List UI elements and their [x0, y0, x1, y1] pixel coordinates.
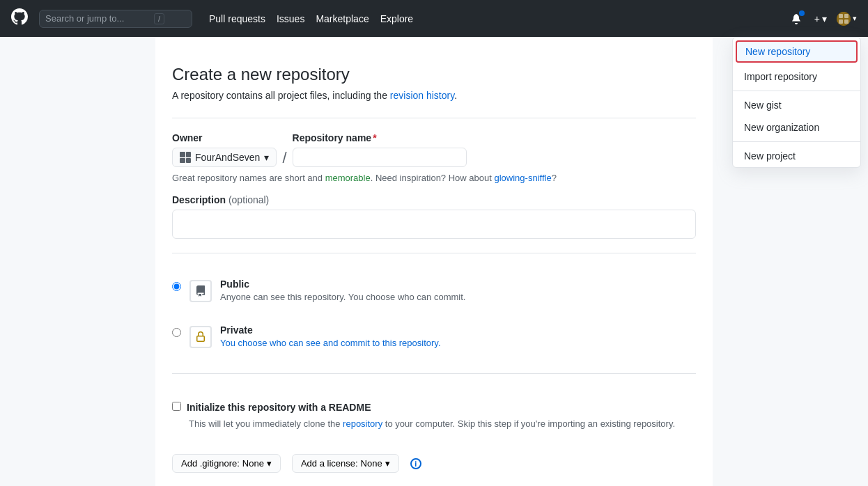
license-value: None [361, 458, 382, 469]
private-content: Private You choose who can see and commi… [220, 324, 696, 348]
plus-chevron: ▾ [822, 13, 827, 24]
init-sub: This will let you immediately clone the … [189, 418, 696, 429]
suggestion-middle: . Need inspiration? How about [371, 173, 495, 183]
public-icon [189, 280, 212, 302]
suggestion-memorable: memorable [325, 173, 371, 183]
public-option: Public Anyone can see this repository. Y… [172, 267, 696, 313]
mid-divider [172, 253, 696, 253]
public-desc: Anyone can see this repository. You choo… [220, 292, 696, 302]
navbar: / Pull requests Issues Marketplace Explo… [0, 0, 868, 37]
dropdown-divider [733, 91, 860, 91]
owner-icon-cell-1 [180, 152, 185, 157]
slash-separator: / [282, 149, 286, 167]
page-subtitle: A repository contains all project files,… [172, 90, 696, 101]
owner-icon-cell-3 [180, 158, 185, 164]
subtitle-link[interactable]: revision history [390, 90, 454, 101]
dropdown-divider-2 [733, 141, 860, 142]
public-radio[interactable] [172, 282, 181, 291]
license-label: Add a license: [301, 458, 358, 469]
create-dropdown: New repository Import repository New gis… [732, 37, 861, 168]
description-input[interactable] [172, 210, 696, 239]
user-avatar-button[interactable]: ▾ [837, 12, 857, 26]
svg-rect-2 [844, 14, 848, 18]
owner-icon-cell-4 [186, 158, 192, 164]
owner-label: Owner [172, 132, 277, 143]
dropdown-new-repository[interactable]: New repository [736, 40, 858, 63]
svg-rect-1 [839, 14, 843, 18]
info-icon[interactable]: i [410, 458, 421, 469]
dropdown-import-repository[interactable]: Import repository [733, 65, 860, 88]
private-icon [189, 326, 212, 348]
suggestion-text: Great repository names are short and mem… [172, 173, 696, 183]
owner-select[interactable]: FourAndSeven ▾ [172, 148, 277, 167]
private-desc: You choose who can see and commit to thi… [220, 338, 696, 348]
init-sub-middle: to your computer. Skip this step if you'… [382, 418, 675, 429]
repo-name-input[interactable] [293, 148, 467, 167]
avatar [837, 12, 851, 26]
subtitle-text: A repository contains all project files,… [172, 90, 390, 101]
private-radio[interactable] [172, 328, 181, 337]
public-desc-link: You choose who can commit. [348, 292, 466, 302]
search-input[interactable] [45, 13, 150, 24]
page-title: Create a new repository [172, 65, 696, 84]
required-star: * [373, 132, 376, 143]
dropdown-new-gist[interactable]: New gist [733, 94, 860, 116]
suggestion-repo[interactable]: glowing-sniffle [494, 173, 551, 183]
init-sub-before: This will let you immediately clone the [189, 418, 343, 429]
repo-name-group: Repository name* [293, 132, 467, 167]
repo-name-label: Repository name* [293, 132, 467, 143]
notification-dot [799, 10, 805, 16]
dropdown-new-project[interactable]: New project [733, 145, 860, 167]
github-logo[interactable] [11, 8, 28, 29]
create-new-button[interactable]: + ▾ [810, 10, 831, 27]
gitignore-button[interactable]: Add .gitignore: None ▾ [172, 454, 281, 473]
nav-links: Pull requests Issues Marketplace Explore [209, 13, 413, 24]
description-optional: (optional) [228, 194, 269, 205]
nav-pull-requests[interactable]: Pull requests [209, 13, 265, 24]
init-checkbox[interactable] [172, 402, 181, 411]
plus-icon: + [814, 13, 820, 24]
nav-issues[interactable]: Issues [277, 13, 304, 24]
owner-icon [180, 152, 191, 163]
init-sub-link[interactable]: repository [343, 418, 382, 429]
svg-rect-3 [839, 19, 843, 24]
nav-marketplace[interactable]: Marketplace [316, 13, 369, 24]
svg-rect-4 [844, 19, 848, 24]
description-label: Description (optional) [172, 194, 696, 205]
top-divider [172, 118, 696, 118]
public-title: Public [220, 279, 696, 290]
notifications-button[interactable] [788, 10, 805, 27]
navbar-right: + ▾ ▾ [788, 10, 857, 27]
private-title: Private [220, 324, 696, 336]
search-bar[interactable]: / [39, 10, 192, 28]
bottom-divider [172, 373, 696, 374]
search-shortcut: / [154, 13, 164, 24]
license-chevron: ▾ [385, 458, 390, 469]
svg-rect-0 [837, 12, 851, 26]
license-button[interactable]: Add a license: None ▾ [292, 454, 399, 473]
gitignore-label: Add .gitignore: [181, 458, 240, 469]
suggestion-before: Great repository names are short and [172, 173, 325, 183]
nav-explore[interactable]: Explore [380, 13, 413, 24]
owner-chevron: ▾ [264, 152, 269, 163]
init-label: Initialize this repository with a README [187, 402, 371, 413]
public-desc-plain: Anyone can see this repository. [220, 292, 348, 302]
gitignore-chevron: ▾ [267, 458, 272, 469]
owner-name: FourAndSeven [195, 152, 260, 163]
owner-group: Owner FourAndSeven ▾ [172, 132, 277, 167]
public-content: Public Anyone can see this repository. Y… [220, 279, 696, 302]
owner-repo-row: Owner FourAndSeven ▾ / Repository name* [172, 132, 696, 167]
private-option: Private You choose who can see and commi… [172, 313, 696, 359]
avatar-chevron: ▾ [853, 14, 857, 23]
gitignore-value: None [242, 458, 264, 469]
initialize-section: Initialize this repository with a README… [172, 388, 696, 443]
subtitle-end: . [454, 90, 457, 101]
dropdown-new-organization[interactable]: New organization [733, 116, 860, 139]
init-checkbox-row: Initialize this repository with a README [172, 402, 696, 413]
description-group: Description (optional) [172, 194, 696, 239]
bottom-controls: Add .gitignore: None ▾ Add a license: No… [172, 454, 696, 473]
owner-icon-cell-2 [186, 152, 192, 157]
main-content: Create a new repository A repository con… [155, 37, 713, 486]
suggestion-end: ? [552, 173, 557, 183]
